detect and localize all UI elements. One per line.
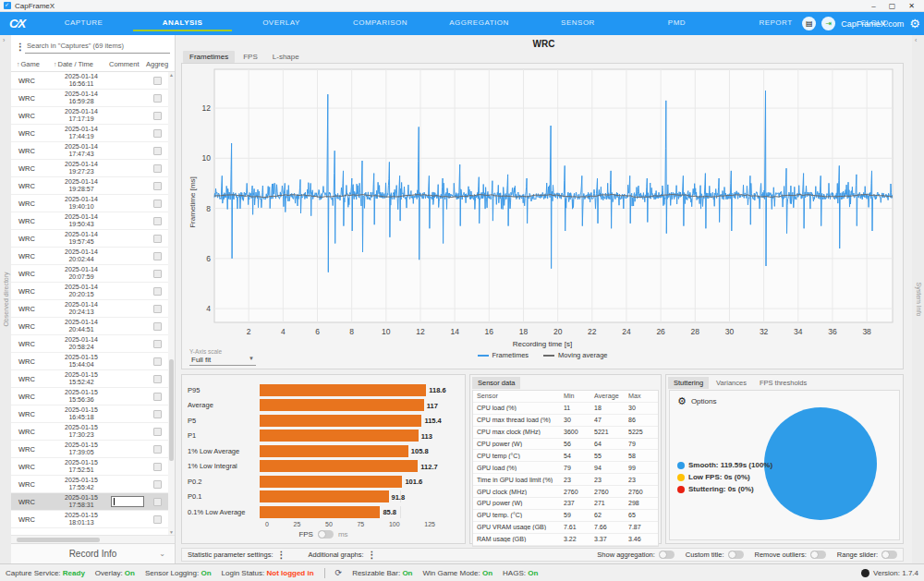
nav-item-aggregation[interactable]: AGGREGATION <box>430 16 529 31</box>
frametimes-plot[interactable]: 2468101214161820222426283032343638468101… <box>187 66 898 339</box>
aggregate-checkbox[interactable] <box>153 428 162 436</box>
yaxis-scale-dropdown[interactable]: Y-Axis scale Full fit▼ <box>189 348 256 366</box>
capture-row[interactable]: WRC2025-01-1417:17:19 <box>11 107 168 125</box>
minimize-button[interactable]: – <box>871 1 875 11</box>
statistic-parameter-settings-button[interactable]: Statistic parameter settings:⋮ <box>188 550 286 560</box>
aggregate-checkbox[interactable] <box>153 410 162 418</box>
aggregate-checkbox[interactable] <box>153 77 162 85</box>
tab-stuttering[interactable]: Stuttering <box>668 377 709 389</box>
capture-row[interactable]: WRC2025-01-1419:57:45 <box>11 230 168 248</box>
capture-row[interactable]: WRC2025-01-1420:24:13 <box>11 300 168 318</box>
aggregate-checkbox[interactable] <box>153 305 162 313</box>
nav-item-analysis[interactable]: ANALYSIS <box>133 16 232 31</box>
aggregate-checkbox[interactable] <box>153 357 162 366</box>
tab-sensor-data[interactable]: Sensor data <box>472 377 520 389</box>
column-header-aggreg[interactable]: Aggreg <box>146 60 175 68</box>
aggregate-checkbox[interactable] <box>153 498 162 506</box>
aggregate-checkbox[interactable] <box>153 164 162 173</box>
capture-row[interactable]: WRC2025-01-1518:01:13 <box>11 511 168 528</box>
captures-horizontal-scrollbar[interactable] <box>11 535 175 543</box>
aggregate-checkbox[interactable] <box>153 112 162 120</box>
capture-row[interactable]: WRC2025-01-1419:50:43 <box>11 212 168 230</box>
aggregate-checkbox[interactable] <box>153 322 162 331</box>
capture-comment-cell[interactable] <box>109 478 146 490</box>
aggregate-checkbox[interactable] <box>153 463 162 471</box>
aggregate-checkbox[interactable] <box>153 480 162 489</box>
toggle-switch[interactable] <box>728 551 744 559</box>
record-info-expander[interactable]: Record Info ⌄ <box>11 543 175 563</box>
capture-row[interactable]: WRC2025-01-1517:55:42 <box>11 476 168 493</box>
capture-row[interactable]: WRC2025-01-1517:52:51 <box>11 458 168 476</box>
aggregate-checkbox[interactable] <box>153 515 162 524</box>
aggregate-checkbox[interactable] <box>153 182 162 190</box>
nav-item-overlay[interactable]: OVERLAY <box>232 16 331 31</box>
toggle-switch[interactable] <box>810 551 826 559</box>
aggregate-checkbox[interactable] <box>153 393 162 401</box>
aggregate-checkbox[interactable] <box>153 270 162 278</box>
capture-row[interactable]: WRC2025-01-1420:58:24 <box>11 335 168 353</box>
close-button[interactable]: ✕ <box>908 1 915 11</box>
expand-observed-directory-icon[interactable]: › <box>3 37 5 43</box>
kebab-menu-icon[interactable]: ⋮ <box>368 550 377 560</box>
capture-row[interactable]: WRC2025-01-1419:27:23 <box>11 160 168 177</box>
scrollbar-thumb[interactable] <box>169 359 174 461</box>
comment-input[interactable] <box>111 478 144 490</box>
capture-row[interactable]: WRC2025-01-1417:44:19 <box>11 125 168 142</box>
expand-system-info-icon[interactable]: ‹ <box>915 37 917 43</box>
capture-row[interactable]: WRC2025-01-1420:07:59 <box>11 265 168 283</box>
capture-row[interactable]: WRC2025-01-1515:56:36 <box>11 388 168 405</box>
login-icon[interactable]: ⇥ <box>821 17 835 30</box>
column-header-game[interactable]: ↑Game <box>11 60 54 68</box>
capture-row[interactable]: WRC2025-01-1416:56:11 <box>11 72 168 90</box>
column-header-datetime[interactable]: ↑Date / Time <box>54 60 109 68</box>
kebab-menu-icon[interactable]: ⋮ <box>277 550 286 560</box>
capture-row[interactable]: WRC2025-01-1417:47:43 <box>11 142 168 160</box>
capture-row[interactable]: WRC2025-01-1419:40:10 <box>11 195 168 212</box>
capture-row[interactable]: WRC2025-01-1419:28:57 <box>11 177 168 195</box>
aggregate-checkbox[interactable] <box>153 147 162 155</box>
additional-graphs-button[interactable]: Additional graphs:⋮ <box>309 550 377 560</box>
report-icon[interactable]: ▤ <box>802 17 816 30</box>
nav-item-sensor[interactable]: SENSOR <box>529 16 627 31</box>
aggregate-checkbox[interactable] <box>153 94 162 103</box>
nav-item-comparison[interactable]: COMPARISON <box>331 16 430 31</box>
maximize-button[interactable]: ▢ <box>889 1 896 11</box>
tab-fps-thresholds[interactable]: FPS thresholds <box>754 377 812 389</box>
aggregate-checkbox[interactable] <box>153 252 162 260</box>
aggregate-checkbox[interactable] <box>153 217 162 225</box>
scrollbar-thumb[interactable] <box>17 538 100 542</box>
tab-l-shape[interactable]: L-shape <box>266 51 306 63</box>
capture-row[interactable]: WRC2025-01-1420:02:44 <box>11 248 168 265</box>
search-input[interactable] <box>25 40 170 54</box>
aggregate-checkbox[interactable] <box>153 340 162 348</box>
capture-row[interactable]: WRC2025-01-1416:59:28 <box>11 90 168 107</box>
tab-variances[interactable]: Variances <box>711 377 752 389</box>
capture-row[interactable]: WRC2025-01-1517:30:23 <box>11 423 168 441</box>
scroll-up-icon[interactable]: ▲ <box>168 72 175 78</box>
aggregate-checkbox[interactable] <box>153 287 162 296</box>
captures-menu-icon[interactable]: ⋮ <box>16 42 25 52</box>
toggle-switch[interactable] <box>881 551 897 559</box>
aggregate-checkbox[interactable] <box>153 375 162 383</box>
stuttering-options-button[interactable]: ⚙ Options <box>677 396 716 406</box>
capture-row[interactable]: WRC2025-01-1516:45:18 <box>11 405 168 423</box>
capture-row[interactable]: WRC2025-01-1517:58:31 <box>11 493 168 511</box>
captures-vertical-scrollbar[interactable]: ▲ ▼ <box>168 72 175 535</box>
capframex-site-link[interactable]: CapFrameX.com <box>841 19 904 29</box>
settings-gear-icon[interactable]: ⚙ <box>909 18 920 30</box>
fps-ms-toggle[interactable] <box>318 530 334 539</box>
nav-item-capture[interactable]: CAPTURE <box>34 16 133 31</box>
capture-row[interactable]: WRC2025-01-1517:39:05 <box>11 441 168 458</box>
capture-row[interactable]: WRC2025-01-1515:52:42 <box>11 370 168 388</box>
capture-row[interactable]: WRC2025-01-1420:44:51 <box>11 318 168 335</box>
capture-row[interactable]: WRC2025-01-1515:44:04 <box>11 353 168 370</box>
column-header-comment[interactable]: Comment <box>109 60 146 68</box>
toggle-switch[interactable] <box>659 551 675 559</box>
aggregate-checkbox[interactable] <box>153 129 162 138</box>
aggregate-checkbox[interactable] <box>153 445 162 454</box>
tab-fps[interactable]: FPS <box>237 51 264 63</box>
aggregate-checkbox[interactable] <box>153 200 162 208</box>
capture-comment-cell[interactable] <box>109 496 146 507</box>
comment-input[interactable] <box>111 496 144 507</box>
capture-row[interactable]: WRC2025-01-1420:20:15 <box>11 283 168 300</box>
